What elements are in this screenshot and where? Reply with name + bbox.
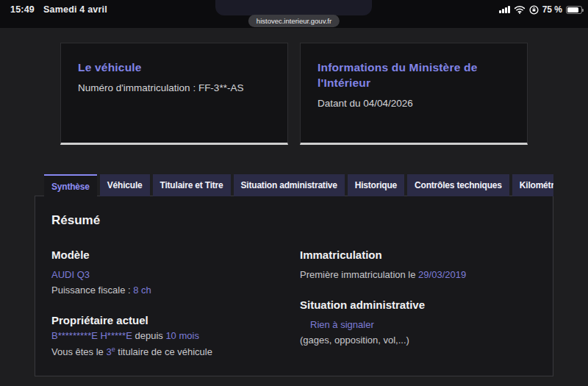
model-section: Modèle AUDI Q3 Puissance fiscale : 8 ch xyxy=(51,249,300,298)
summary-right-column: Immatriculation Première immatriculation… xyxy=(300,249,537,376)
summary-title: Résumé xyxy=(51,213,537,228)
holder-prefix: Vous êtes le xyxy=(51,346,106,357)
registration-heading: Immatriculation xyxy=(300,249,537,261)
vehicle-card-title: Le véhicule xyxy=(78,60,270,76)
tab-kilometrage[interactable]: Kilométrage xyxy=(512,174,553,196)
rotation-lock-icon xyxy=(529,5,539,15)
registration-section: Immatriculation Première immatriculation… xyxy=(300,249,537,282)
tab-controles-techniques[interactable]: Contrôles techniques xyxy=(407,174,509,196)
tab-label: Véhicule xyxy=(107,180,143,190)
tab-situation-administrative[interactable]: Situation administrative xyxy=(234,174,345,196)
owner-section: Propriétaire actuel B*********E H*****E … xyxy=(51,314,300,360)
browser-toolbar-blur xyxy=(215,0,372,15)
owner-heading: Propriétaire actuel xyxy=(51,314,300,326)
status-icons: 75 % xyxy=(499,4,582,15)
model-name: AUDI Q3 xyxy=(51,269,90,280)
owner-since-label: depuis xyxy=(132,330,166,341)
holder-suffix: titulaire de ce véhicule xyxy=(115,346,212,357)
tab-titulaire-et-titre[interactable]: Titulaire et Titre xyxy=(153,174,231,196)
status-time: 15:49 xyxy=(10,4,35,15)
tab-label: Historique xyxy=(355,180,397,190)
ministry-card-title: Informations du Ministère de l'Intérieur xyxy=(318,60,510,91)
situation-note: (gages, opposition, vol,...) xyxy=(300,334,537,348)
summary-left-column: Modèle AUDI Q3 Puissance fiscale : 8 ch … xyxy=(51,249,300,376)
first-registration-date: 29/03/2019 xyxy=(418,269,466,280)
owner-since-value: 10 mois xyxy=(165,330,199,341)
situation-heading: Situation administrative xyxy=(300,299,537,311)
ministry-card-date: Datant du 04/04/2026 xyxy=(318,98,510,109)
status-date: Samedi 4 avril xyxy=(43,4,107,15)
tab-vehicule[interactable]: Véhicule xyxy=(100,174,150,196)
synthesis-panel: Résumé Modèle AUDI Q3 Puissance fiscale … xyxy=(35,196,553,376)
first-registration-label: Première immatriculation le xyxy=(300,269,418,280)
tab-label: Kilométrage xyxy=(520,180,553,190)
fiscal-power-label: Puissance fiscale : xyxy=(51,285,133,296)
wifi-icon xyxy=(514,5,526,14)
report-tab-bar: Synthèse Véhicule Titulaire et Titre Sit… xyxy=(44,174,553,196)
holder-rank-line: Vous êtes le 3e titulaire de ce véhicule xyxy=(51,345,300,360)
first-registration-line: Première immatriculation le 29/03/2019 xyxy=(300,268,537,282)
tab-label: Synthèse xyxy=(51,182,90,192)
ministry-card: Informations du Ministère de l'Intérieur… xyxy=(300,43,528,145)
fiscal-power-line: Puissance fiscale : 8 ch xyxy=(51,284,300,298)
owner-masked-name: B*********E H*****E xyxy=(51,330,132,341)
battery-percent: 75 % xyxy=(542,4,562,15)
status-bar: 15:49 Samedi 4 avril histovec.interieur.… xyxy=(0,0,588,28)
fiscal-power-value: 8 ch xyxy=(133,285,151,296)
clock-and-date: 15:49 Samedi 4 avril xyxy=(10,4,107,15)
tab-synthese[interactable]: Synthèse xyxy=(44,174,97,196)
address-bar-url: histovec.interieur.gouv.fr xyxy=(257,17,331,25)
vehicle-card: Le véhicule Numéro d'immatriculation : F… xyxy=(60,43,288,145)
owner-line: B*********E H*****E depuis 10 mois xyxy=(51,329,300,343)
vehicle-card-registration: Numéro d'immatriculation : FF-3**-AS xyxy=(78,82,270,93)
holder-rank: 3e xyxy=(106,346,115,357)
model-heading: Modèle xyxy=(51,249,300,261)
tab-historique[interactable]: Historique xyxy=(348,174,404,196)
tab-label: Contrôles techniques xyxy=(415,180,502,190)
situation-status: Rien à signaler xyxy=(310,319,374,330)
tab-label: Titulaire et Titre xyxy=(160,180,223,190)
tab-label: Situation administrative xyxy=(241,180,337,190)
battery-icon xyxy=(566,6,582,14)
cellular-signal-icon xyxy=(499,6,510,13)
address-bar[interactable]: histovec.interieur.gouv.fr xyxy=(248,15,340,27)
situation-section: Situation administrative Rien à signaler… xyxy=(300,299,537,348)
